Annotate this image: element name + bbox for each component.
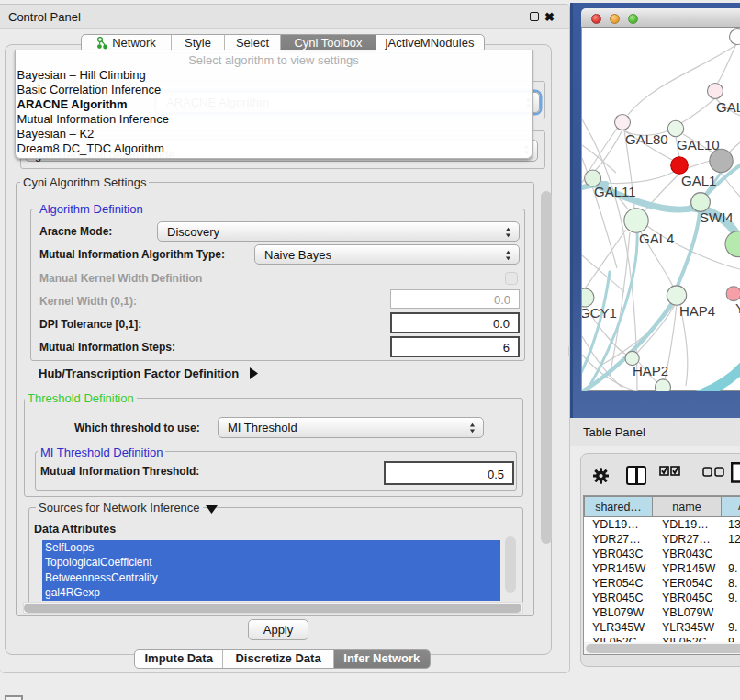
svg-text:GAL4: GAL4 — [639, 231, 674, 246]
svg-text:Y: Y — [735, 300, 740, 316]
svg-text:HAP4: HAP4 — [679, 303, 715, 319]
svg-text:GAL11: GAL11 — [594, 184, 636, 199]
svg-text:SWI4: SWI4 — [700, 209, 734, 225]
svg-text:HAP2: HAP2 — [633, 363, 668, 378]
svg-text:GAL10: GAL10 — [677, 137, 720, 152]
svg-text:GAL2: GAL2 — [716, 99, 740, 115]
svg-text:GCY1: GCY1 — [582, 305, 617, 321]
svg-text:GAL1: GAL1 — [681, 173, 716, 188]
svg-text:GAL80: GAL80 — [625, 131, 668, 147]
